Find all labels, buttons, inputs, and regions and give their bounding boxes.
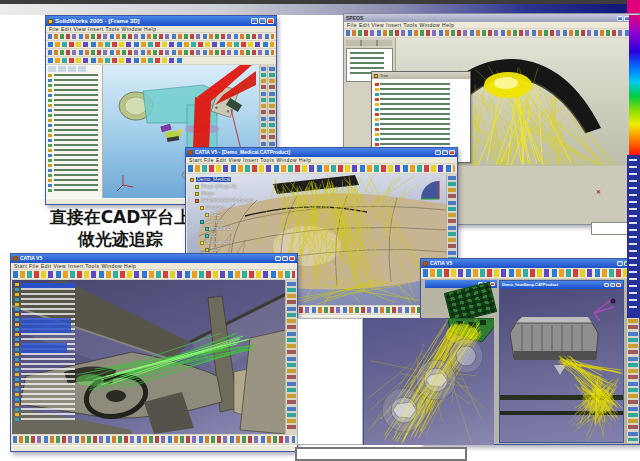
catia-interior-menubar[interactable]: Start File Edit View Insert Tools Window… (11, 263, 297, 270)
app-icon (423, 261, 428, 266)
minimize-button[interactable] (435, 150, 441, 155)
catia-interior-titlebar[interactable]: CATIA V5 (11, 254, 297, 263)
steering-hub (106, 390, 126, 402)
close-button[interactable] (267, 18, 274, 24)
green-glow (76, 374, 104, 386)
maximize-button[interactable] (259, 18, 266, 24)
color-scale-legend (627, 155, 640, 318)
solidworks-menubar[interactable]: File Edit View Insert Tools Window Help (46, 26, 276, 33)
tree-selection-highlight (21, 343, 67, 353)
headlamp-viewport[interactable] (500, 289, 623, 442)
tree-item[interactable]: Simulations (200, 239, 253, 246)
catia-headlamp-titlebar[interactable]: CATIA V5 (421, 259, 639, 268)
window-buttons (435, 150, 455, 155)
hotspot-core (494, 77, 518, 89)
catia-interior-bottom-toolbar[interactable] (11, 434, 297, 445)
toolbar-icons[interactable] (48, 42, 274, 47)
tree-item[interactable]: Stage (Stage 1) (195, 183, 253, 190)
catia-interior-statusbar (11, 445, 297, 451)
window-buttons (251, 18, 274, 24)
app-icon (13, 256, 18, 261)
palette-title: Tree (380, 73, 388, 78)
minimize-button[interactable] (617, 261, 623, 266)
tree-item-root[interactable]: Demo_Medical (190, 176, 253, 183)
tree-item[interactable]: 3D (205, 232, 253, 239)
catia-medical-menubar[interactable]: Start File Edit View Insert Tools Window… (186, 157, 457, 164)
palette-icon (374, 74, 378, 78)
solidworks-toolbar-view[interactable] (46, 41, 276, 49)
panel-tabs[interactable] (346, 40, 392, 46)
toolbar-icons[interactable] (48, 50, 274, 55)
toolbar-icons[interactable] (423, 269, 637, 277)
catia-headlamp-toolbar[interactable] (421, 268, 639, 279)
app-icon (48, 19, 53, 24)
window-title: CATIA V5 (20, 256, 273, 261)
palette-titlebar[interactable]: Tree (372, 72, 470, 79)
tree-item[interactable]: Sensors (200, 218, 253, 225)
tree-item[interactable]: D1 (205, 246, 253, 253)
solidworks-toolbar-sketch[interactable] (46, 57, 276, 65)
minimize-button[interactable] (251, 18, 258, 24)
lens-viewport[interactable] (363, 318, 494, 445)
error-cross-icon[interactable]: ✕ (596, 188, 601, 195)
catia-interior-viewport[interactable] (12, 280, 286, 434)
speos-menubar[interactable]: File Edit View Insert Tools Window Help (344, 22, 639, 29)
window-buttons (604, 283, 621, 287)
legend-tick-labels (629, 159, 637, 311)
maximize-button[interactable] (282, 256, 288, 261)
minimize-button[interactable] (275, 256, 281, 261)
feature-tree-panel[interactable] (46, 65, 103, 198)
minimize-button[interactable] (604, 283, 609, 287)
speos-titlebar[interactable]: SPEOS (344, 14, 639, 22)
lens-raytrace-canvas[interactable] (364, 318, 494, 445)
left-flange-inner (125, 97, 147, 115)
toolbar-icons[interactable] (48, 58, 184, 63)
toolbar-icons[interactable] (346, 30, 637, 36)
window-buttons (275, 256, 295, 261)
close-button[interactable] (490, 282, 495, 286)
catia-interior-tree[interactable] (15, 283, 79, 423)
toolbar-icons[interactable] (13, 271, 295, 278)
solidworks-toolbar-optis[interactable] (46, 49, 276, 57)
catia-medical-toolbar[interactable] (186, 164, 457, 174)
tree-item[interactable]: LED (205, 211, 253, 218)
feature-tree-icons (48, 74, 52, 194)
solidworks-titlebar[interactable]: SolidWorks 2005 - [Frame 3D] (46, 16, 276, 26)
toolbar-icons[interactable] (48, 34, 274, 39)
tree-item[interactable]: Irradiance (205, 225, 253, 232)
minimize-button[interactable] (617, 16, 623, 21)
close-button[interactable] (616, 283, 621, 287)
tree-item[interactable]: Sources (200, 204, 253, 211)
toolbar-icons[interactable] (287, 282, 296, 432)
speos-toolbar[interactable] (344, 29, 639, 38)
compass-icon[interactable] (594, 299, 616, 322)
tree-item[interactable]: SPEOS CAA V5 Based (195, 197, 253, 204)
feature-tree-items[interactable] (54, 74, 98, 194)
catia-interior-toolbar[interactable] (11, 270, 297, 280)
catia-spec-tree[interactable]: Demo_Medical Stage (Stage 1) Stage SPEOS… (190, 176, 253, 260)
catia-interior-right-toolbar[interactable] (285, 280, 297, 434)
maximize-button[interactable] (442, 150, 448, 155)
compass-icon[interactable] (421, 181, 439, 199)
solidworks-toolbar-standard[interactable] (46, 33, 276, 41)
window-title: CATIA V5 (430, 261, 615, 266)
headlamp-raytrace-canvas[interactable] (500, 289, 623, 442)
palette-tree[interactable] (380, 83, 450, 157)
catia-interior-window[interactable]: CATIA V5 Start File Edit View Insert Too… (10, 253, 298, 452)
toolbar-icons[interactable] (188, 165, 455, 172)
coordinate-field[interactable] (591, 222, 631, 235)
tree-item[interactable]: Stage (195, 190, 253, 197)
caption-placeholder-box (295, 447, 467, 461)
headlamp-child-titlebar[interactable]: Demo_headlamp.CATProduct (500, 281, 623, 289)
catia-medical-titlebar[interactable]: CATIA V5 - [Demo_Medical.CATProduct] (186, 148, 457, 157)
window-title: SPEOS (346, 16, 615, 21)
close-button[interactable] (449, 150, 455, 155)
presentation-slide: { "caption": { "line1": "直接在CAD平台上", "li… (0, 0, 640, 461)
tree-tabs[interactable] (48, 66, 88, 72)
maximize-button[interactable] (610, 283, 615, 287)
toolbar-icons[interactable] (13, 436, 295, 443)
projector-base (514, 351, 596, 360)
headlamp-child-window[interactable]: Demo_headlamp.CATProduct (499, 280, 624, 443)
arrow-marker (554, 365, 566, 375)
close-button[interactable] (289, 256, 295, 261)
